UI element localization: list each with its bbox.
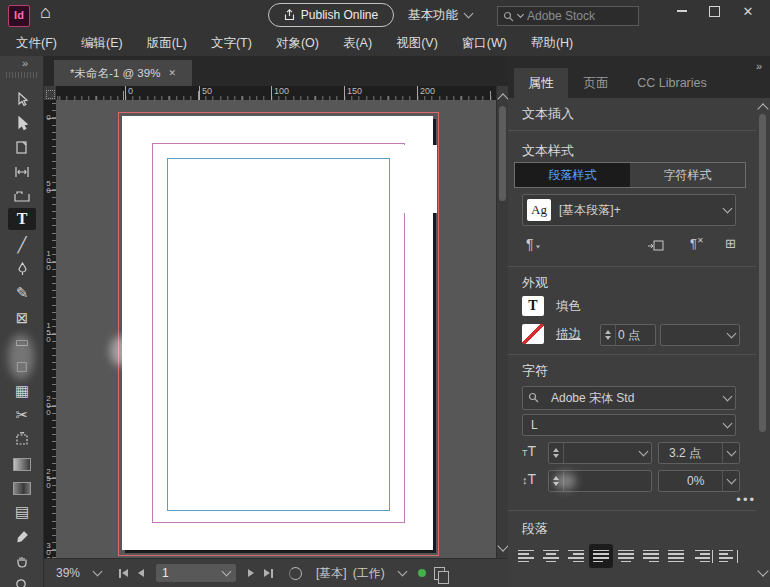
chevron-down-icon	[722, 204, 732, 214]
scroll-up-icon[interactable]	[497, 93, 508, 104]
type-tool[interactable]: T	[8, 208, 36, 230]
indesign-window: Id ⌂ Publish Online 基本功能 Adobe Stock ✕ 文…	[0, 0, 770, 587]
page-tool[interactable]	[0, 136, 44, 158]
scrollbar-thumb[interactable]	[759, 114, 766, 432]
scroll-up-icon[interactable]	[757, 103, 768, 114]
panel-grip[interactable]	[6, 72, 38, 78]
stroke-weight-stepper[interactable]: 0 点	[600, 324, 656, 346]
gradient-feather-tool[interactable]	[0, 477, 44, 499]
font-style-dropdown[interactable]: L	[522, 414, 736, 436]
justify-all-button[interactable]	[664, 544, 688, 568]
spacing-field[interactable]: 0%	[658, 470, 740, 492]
scroll-down-icon[interactable]	[497, 540, 508, 551]
document-tab[interactable]: *未命名-1 @ 39% ✕	[54, 60, 192, 86]
stroke-label[interactable]: 描边	[556, 324, 581, 344]
selection-tool[interactable]	[0, 88, 44, 110]
fill-swatch[interactable]: T	[522, 296, 544, 316]
zoom-level[interactable]: 39%	[56, 566, 80, 580]
zoom-tool[interactable]	[0, 574, 44, 587]
menu-type[interactable]: 文字(T)	[199, 30, 264, 56]
ruler-label: 150	[45, 322, 52, 343]
content-collector-tool[interactable]	[0, 185, 44, 207]
spacing-value: 0%	[687, 471, 704, 491]
menu-object[interactable]: 对象(O)	[264, 30, 331, 56]
page-list-chevron-icon[interactable]	[222, 567, 232, 577]
minimize-button[interactable]	[668, 0, 696, 22]
gradient-swatch-tool[interactable]	[0, 453, 44, 475]
zoom-chevron-icon[interactable]	[93, 567, 103, 577]
canvas-vertical-scrollbar[interactable]	[496, 86, 508, 558]
font-family-dropdown[interactable]: Adobe 宋体 Std	[522, 386, 736, 410]
pen-tool[interactable]	[0, 258, 44, 280]
adobe-stock-search-input[interactable]: Adobe Stock	[497, 6, 639, 26]
line-tool[interactable]: ╱	[0, 234, 44, 256]
redefine-style-button[interactable]	[648, 238, 664, 256]
justify-last-right-button[interactable]	[639, 544, 663, 568]
clear-overrides-button[interactable]: ¶✕	[690, 236, 704, 251]
align-toward-spine-button[interactable]	[691, 544, 715, 568]
first-page-button[interactable]	[119, 569, 128, 578]
stepper-arrows-icon[interactable]	[549, 443, 564, 463]
justify-last-center-button[interactable]	[614, 544, 638, 568]
stroke-swatch[interactable]	[522, 324, 544, 344]
direct-selection-tool[interactable]	[0, 112, 44, 134]
align-center-button[interactable]	[539, 544, 563, 568]
workspace-switcher[interactable]: 基本功能	[408, 0, 472, 30]
menu-window[interactable]: 窗口(W)	[450, 30, 519, 56]
menu-file[interactable]: 文件(F)	[4, 30, 69, 56]
character-styles-tab[interactable]: 字符样式	[630, 163, 745, 187]
ruler-origin[interactable]	[44, 86, 56, 100]
collapse-panel-icon[interactable]: »	[22, 57, 27, 69]
stroke-type-dropdown[interactable]	[660, 324, 740, 346]
publish-online-button[interactable]: Publish Online	[268, 3, 394, 27]
scrollbar-thumb[interactable]	[499, 106, 506, 201]
collapse-panel-icon[interactable]: »	[756, 60, 762, 72]
align-right-button[interactable]	[564, 544, 588, 568]
previous-page-button[interactable]	[138, 569, 144, 577]
close-button[interactable]: ✕	[734, 0, 762, 22]
pencil-tool[interactable]: ✎	[0, 282, 44, 304]
justify-last-left-button[interactable]	[589, 544, 613, 568]
scroll-down-icon[interactable]	[757, 565, 768, 576]
maximize-button[interactable]	[700, 0, 728, 22]
align-left-button[interactable]	[514, 544, 538, 568]
leading-field[interactable]: 3.2 点	[658, 442, 740, 464]
rectangle-frame-tool[interactable]: ⊠	[0, 307, 44, 329]
gap-tool[interactable]	[0, 161, 44, 183]
grid-tool[interactable]: ▦	[0, 380, 44, 402]
hand-tool[interactable]	[0, 550, 44, 572]
preflight-profile[interactable]: [基本]	[316, 565, 347, 582]
paragraph-formatting-menu[interactable]: ¶	[526, 236, 541, 252]
menu-edit[interactable]: 编辑(E)	[69, 30, 135, 56]
tab-close-icon[interactable]: ✕	[168, 68, 176, 78]
eyedropper-tool[interactable]	[0, 526, 44, 548]
paragraph-style-dropdown[interactable]: Ag [基本段落]+	[522, 194, 736, 226]
stepper-arrows-icon[interactable]	[601, 325, 616, 345]
preflight-menu-chevron-icon[interactable]	[397, 567, 407, 577]
new-style-button[interactable]: ⊞	[725, 236, 736, 251]
preflight-icon[interactable]	[289, 567, 302, 580]
menu-view[interactable]: 视图(V)	[384, 30, 450, 56]
note-tool[interactable]: ▤	[0, 501, 44, 523]
home-icon[interactable]: ⌂	[40, 2, 51, 23]
font-size-field[interactable]	[548, 442, 652, 464]
pasteboard[interactable]	[56, 100, 496, 558]
scissors-tool[interactable]: ✂	[0, 404, 44, 426]
tab-pages[interactable]: 页面	[572, 68, 620, 98]
paragraph-styles-tab[interactable]: 段落样式	[515, 163, 630, 187]
panel-scrollbar[interactable]	[758, 100, 767, 581]
next-page-button[interactable]	[248, 569, 254, 577]
align-away-spine-button[interactable]	[716, 544, 740, 568]
menu-table[interactable]: 表(A)	[331, 30, 384, 56]
page-number-field[interactable]: 1	[156, 564, 236, 582]
more-options-icon[interactable]: •••	[736, 492, 756, 507]
free-transform-tool[interactable]	[0, 428, 44, 450]
tab-properties[interactable]: 属性	[514, 68, 568, 98]
last-page-button[interactable]	[264, 569, 273, 578]
search-scope-chevron-icon	[517, 11, 524, 18]
text-frame[interactable]	[167, 158, 390, 511]
tab-cc-libraries[interactable]: CC Libraries	[624, 68, 720, 98]
menu-layout[interactable]: 版面(L)	[135, 30, 199, 56]
preflight-state: (工作)	[353, 565, 385, 582]
menu-help[interactable]: 帮助(H)	[519, 30, 585, 56]
